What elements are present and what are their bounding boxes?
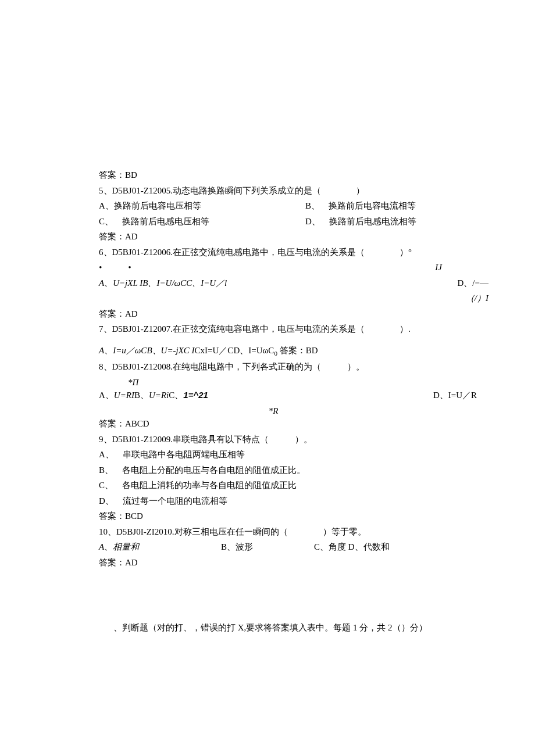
q8-answer: 答案：ABCD [99,417,436,431]
q10-option-b: B、波形 [221,540,314,554]
q7-opts-mid: U=-jXC I [161,346,195,355]
q7-opts-prefix: A、I=u／ωCB、 [99,346,161,355]
q6-fraction-row: （/）I [99,292,436,305]
q6-dots: • • [99,261,390,274]
q5-options-row2: C、 换路前后电感电压相等 D、 换路前后电感电流相等 [99,215,436,228]
q9-option-a: A、 串联电路中各电阻两端电压相等 [99,448,436,461]
q5-options-row1: A、换路前后电容电压相等 B、 换路前后电容电流相等 [99,199,436,213]
q7-options: A、I=u／ωCB、U=-jXC ICxI=U／CD、I=UωC0 答案：BD [99,344,436,359]
q8-option-d: D、I=U／R [349,389,477,402]
q6-options-abc: A、U=jXL IB、I=U/ωCC、I=U／l [99,277,390,290]
q7-opts-suffix: CxI=U／CD、I=UωC [195,346,274,355]
q6-stem: 6、D5BJ01-Z12006.在正弦交流纯电感电路中，电压与电流的关系是（ ）… [99,246,436,259]
q6-dot-row: • • IJ [99,261,436,274]
q10-options-row: A、相量和 B、波形 C、角度 D、代数和 [99,540,436,554]
q6-ij: IJ [390,261,442,274]
answer-4: 答案：BD [99,169,436,182]
q6-option-d: D、/=— [390,277,488,290]
q8-options-row: A、U=RIB、U=RiC、1=^21 D、I=U／R [99,389,436,402]
q7-stem: 7、D5BJ01-Z12007.在正弦交流纯电容电路中，电压与电流的关系是（ ）… [99,323,436,336]
q6-fraction: （/）I [99,292,488,305]
q8-options-abc: A、U=RIB、U=RiC、1=^21 [99,389,349,402]
q5-option-a: A、换路前后电容电压相等 [99,199,305,213]
q6-answer: 答案：AD [99,307,436,321]
q10-answer: 答案：AD [99,556,436,569]
q7-answer-inline: 答案：BD [280,346,318,355]
q9-stem: 9、D5BJ01-Z12009.串联电路具有以下特点（ ）。 [99,433,436,446]
q8-stem: 8、D5BJ01-Z12008.在纯电阻电路中，下列各式正确的为（ ）。 [99,360,436,374]
document-page: 答案：BD 5、D5BJ01-Z12005.动态电路换路瞬间下列关系成立的是（ … [0,0,535,635]
q9-option-c: C、 各电阻上消耗的功率与各自电阻的阻值成正比 [99,479,436,492]
q5-option-d: D、 换路前后电感电流相等 [305,215,416,228]
q7-gap [99,338,436,342]
q9-option-b: B、 各电阻上分配的电压与各自电阻的阻值成正比。 [99,464,436,477]
q5-answer: 答案：AD [99,230,436,243]
q5-option-c: C、 换路前后电感电压相等 [99,215,305,228]
section-footer: 、判断题（对的打、，错误的打 X,要求将答案填入表中。每题 1 分，共 2（）分… [99,621,436,635]
q7-opts-zero: 0 [274,350,277,357]
q10-option-a: A、相量和 [99,540,221,554]
q10-stem: 10、D5BJ0I-ZI2010.对称三相电压在任一瞬间的（ ）等于零。 [99,525,436,539]
q8-sub: *R [157,404,390,418]
q6-options-row: A、U=jXL IB、I=U/ωCC、I=U／l D、/=— [99,277,436,290]
q9-option-d: D、 流过每一个电阻的电流相等 [99,495,436,508]
q5-stem: 5、D5BJ01-Z12005.动态电路换路瞬间下列关系成立的是（ ） [99,184,436,198]
q8-sup: *П [128,376,436,389]
q10-option-cd: C、角度 D、代数和 [314,540,390,554]
q9-answer: 答案：BCD [99,510,436,523]
q5-option-b: B、 换路前后电容电流相等 [305,199,416,213]
